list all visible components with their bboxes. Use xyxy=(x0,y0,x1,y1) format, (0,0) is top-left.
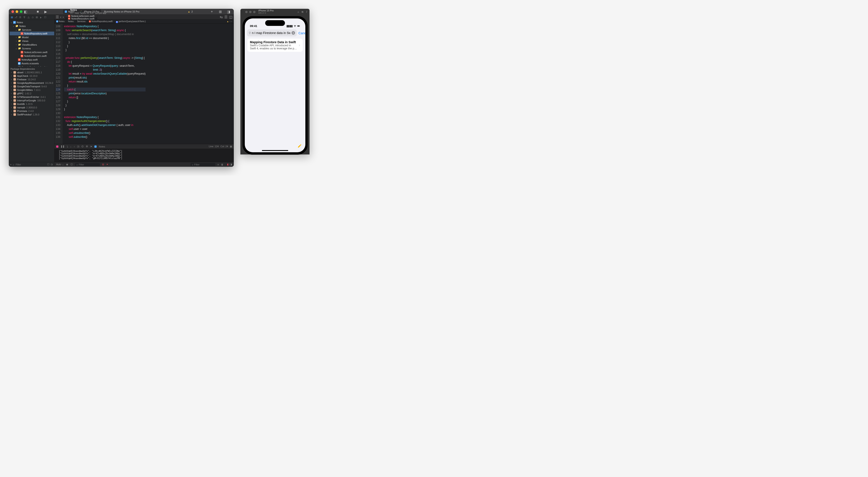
add-file-icon[interactable]: + xyxy=(10,163,11,166)
memory-graph-icon[interactable]: ⌬ xyxy=(82,145,84,148)
clear-console-icon[interactable]: 🗑 xyxy=(221,163,223,166)
iphone-screen[interactable]: 09:41 ▮▮▮▮ ⚲ ✕ Cancel Mapping Firestore … xyxy=(245,19,305,152)
breakpoint-toggle-icon[interactable] xyxy=(56,146,58,148)
breakpoint-nav-icon[interactable]: ⏵ xyxy=(39,15,42,19)
back-icon[interactable]: ‹ xyxy=(60,15,61,19)
test-nav-icon[interactable]: ◇ xyxy=(31,15,34,19)
dep-interopforgoogle[interactable]: ›▢InteropForGoogle 100.0.0 xyxy=(9,99,54,102)
folder-screens[interactable]: ⌄📁Screens xyxy=(10,46,54,50)
info-icon[interactable]: ⓘ xyxy=(70,163,73,166)
bc-next-icon[interactable]: › xyxy=(231,20,232,23)
dep-swiftprotobuf[interactable]: ›▢SwiftProtobuf 1.26.0 xyxy=(9,113,54,116)
bookmarks-nav-icon[interactable]: ☰ xyxy=(19,15,22,19)
process-icon[interactable]: ⚭ xyxy=(106,163,108,166)
folder-views[interactable]: ›📁Views xyxy=(10,39,54,43)
dep-nanopb[interactable]: ›▢nanopb 2.30910.0 xyxy=(9,106,54,109)
cancel-button[interactable]: Cancel xyxy=(299,31,305,35)
debug-console[interactable]: ["GybbVqm9jHoaodmwVpYv", "sJKs4KZ9ibFWIs… xyxy=(55,149,234,162)
rotate-icon[interactable]: ⤴ xyxy=(306,10,307,13)
pause-icon[interactable]: ❚❚ xyxy=(61,145,65,148)
dep-appcheck[interactable]: ›▢AppCheck 10.19.0 xyxy=(9,74,54,78)
memory-icon[interactable]: ⊟ xyxy=(102,163,104,166)
home-icon[interactable]: ⌂ xyxy=(298,10,299,13)
debug-nav-icon[interactable]: ⊟ xyxy=(35,15,38,19)
dep-googledatatransport[interactable]: ›▢GoogleDataTransport 9.4.0 xyxy=(9,85,54,88)
dep-googleutilities[interactable]: ›▢GoogleUtilities 7.13.1 xyxy=(9,88,54,92)
navigator-filter-input[interactable] xyxy=(16,163,46,166)
zoom-dot[interactable] xyxy=(20,10,22,13)
source-control-nav-icon[interactable]: ⎇ xyxy=(14,15,18,19)
folder-services[interactable]: ⌄📁Services xyxy=(10,28,54,32)
dep-leveldb[interactable]: ›▢leveldb 1.22.5 xyxy=(9,102,54,106)
report-nav-icon[interactable]: ☐ xyxy=(43,15,47,19)
vars-filter[interactable]: ⌕ xyxy=(75,163,100,166)
stop-button[interactable]: ■ xyxy=(36,10,39,13)
related-items-icon[interactable]: ☰ xyxy=(56,15,59,19)
file-item[interactable]: ◧Assets.xcassets xyxy=(10,61,54,65)
clear-search-icon[interactable]: ✕ xyxy=(291,31,295,35)
console-filter-input[interactable] xyxy=(194,163,214,166)
tab-NotesListScreen.swift[interactable]: SNotesListScreen.swift xyxy=(65,15,97,17)
sidebar-left-toggle-icon[interactable]: ◧ xyxy=(24,10,27,13)
issue-nav-icon[interactable]: △ xyxy=(27,15,30,19)
library-icon[interactable]: ⊞ xyxy=(218,10,222,13)
recent-icon[interactable]: ◷ xyxy=(51,163,53,166)
metadata-icon[interactable]: ≡ xyxy=(218,163,219,166)
jump-bar[interactable]: A Notes 〉 Notes 〉 Services 〉 S NotesRepo… xyxy=(55,20,234,24)
toggle-console-pane-icon[interactable]: ◨ xyxy=(230,163,232,166)
breadcrumb-segment[interactable]: Notes xyxy=(68,20,73,23)
dep-abseil[interactable]: ›▢abseil 1.2024011601.1 xyxy=(9,71,54,74)
search-field[interactable]: ⚲ ✕ xyxy=(247,29,297,36)
minimap-toggle-icon[interactable]: ▦ xyxy=(230,145,232,148)
file-item[interactable]: SNoteEditScreen.swift xyxy=(10,54,54,58)
add-editor-icon[interactable]: + xyxy=(210,10,214,13)
dep-firebase[interactable]: ›▢Firebase 10.24.0 xyxy=(9,78,54,81)
scope-icon[interactable]: ☐ xyxy=(47,163,50,166)
project-root[interactable]: ⌄ANotes xyxy=(10,21,54,24)
toggle-vars-pane-icon[interactable]: ◧ xyxy=(227,163,229,166)
step-into-icon[interactable]: ↓ xyxy=(70,145,71,148)
code-editor[interactable]: 1081091101111121131141151161171181191201… xyxy=(55,24,234,144)
env-overrides-icon[interactable]: ⚙ xyxy=(86,145,88,148)
breadcrumb-segment[interactable]: S NotesRepository.swift xyxy=(89,20,113,23)
minimize-dot[interactable] xyxy=(16,10,18,13)
file-item[interactable]: SNotesApp.swift xyxy=(10,58,54,61)
folder-notes[interactable]: ⌄📁Notes xyxy=(10,24,54,28)
console-filter[interactable]: ⌕ xyxy=(190,163,215,166)
breadcrumb-segment[interactable]: A Notes xyxy=(56,20,65,23)
breadcrumb-segment[interactable]: M performQuery(searchTerm:) xyxy=(116,20,146,23)
compose-icon[interactable] xyxy=(298,144,302,149)
breadcrumb-segment[interactable]: Services xyxy=(77,20,85,23)
variables-view-label[interactable]: Auto ⌄ xyxy=(56,163,64,166)
view-debug-icon[interactable]: ◳ xyxy=(77,145,79,148)
project-navigator-icon[interactable]: ▤ xyxy=(10,15,13,19)
run-button[interactable]: ▶ xyxy=(44,10,48,13)
vars-filter-input[interactable] xyxy=(79,163,99,166)
dep-grpc[interactable]: ›▢gRPC 1.62.2 xyxy=(9,92,54,95)
editor-options-icon[interactable]: ☰ xyxy=(224,15,227,19)
bc-prev-icon[interactable]: ‹ xyxy=(229,20,230,23)
dep-googleappmeasurement[interactable]: ›▢GoogleAppMeasurement 10.24.0 xyxy=(9,81,54,85)
search-input[interactable] xyxy=(252,31,290,35)
review-icon[interactable]: ⇆ xyxy=(220,15,223,19)
tab-bar: ☰ ‹ › SNotesListScreen.swiftSNotesReposi… xyxy=(55,15,234,20)
close-dot[interactable] xyxy=(11,10,14,13)
file-item[interactable]: SNotesRepository.swift xyxy=(10,32,54,35)
dep-promises[interactable]: ›▢Promises 2.4.0 xyxy=(9,109,54,113)
home-indicator[interactable] xyxy=(262,150,288,151)
split-editor-icon[interactable]: ◫ xyxy=(229,15,232,19)
step-over-icon[interactable]: ⤵ xyxy=(67,145,68,148)
dep-gtmsessionfetcher[interactable]: ›▢GTMSessionFetcher 3.4.1 xyxy=(9,95,54,99)
search-result-row[interactable]: Mapping Firestore Data in Swift Swift's … xyxy=(247,39,303,52)
folder-viewmodifiers[interactable]: ›📁ViewModifiers xyxy=(10,43,54,46)
forward-icon[interactable]: › xyxy=(63,15,64,19)
visibility-icon[interactable]: ◉ xyxy=(66,163,68,166)
folder-model[interactable]: ›📁Model xyxy=(10,35,54,39)
find-nav-icon[interactable]: ⚲ xyxy=(23,15,26,19)
step-out-icon[interactable]: ↑ xyxy=(74,145,75,148)
sidebar-right-toggle-icon[interactable]: ◨ xyxy=(227,10,230,13)
file-tree[interactable]: ⌄ANotes⌄📁Notes⌄📁ServicesSNotesRepository… xyxy=(9,20,54,66)
screenshot-icon[interactable]: ⧉ xyxy=(302,10,303,13)
file-item[interactable]: SNotesListScreen.swift xyxy=(10,50,54,54)
location-icon[interactable]: ➤ xyxy=(90,145,92,148)
